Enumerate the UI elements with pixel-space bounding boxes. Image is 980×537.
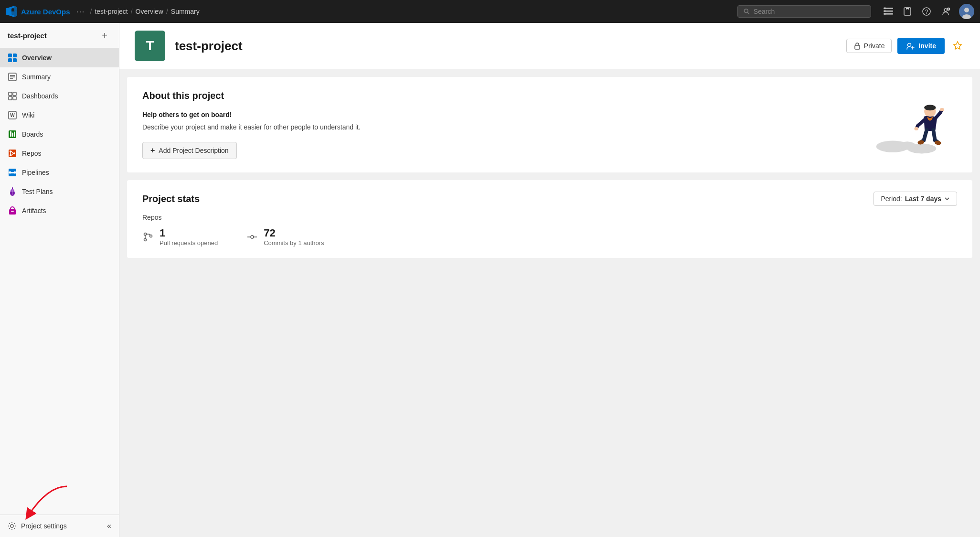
plus-icon: + — [150, 146, 155, 155]
illustration-running-person — [866, 93, 952, 155]
sidebar-collapse-button[interactable]: « — [107, 522, 111, 530]
sidebar-item-overview[interactable]: Overview — [0, 48, 119, 67]
svg-point-35 — [10, 131, 11, 133]
sidebar-project-name: test-project — [8, 32, 47, 40]
svg-rect-26 — [13, 92, 16, 96]
azure-devops-logo-icon — [6, 6, 17, 17]
stats-header: Project stats Period: Last 7 days — [142, 192, 957, 206]
content-area: T test-project Private — [119, 23, 980, 537]
stat-commits-details: 72 Commits by 1 authors — [264, 227, 324, 247]
svg-point-15 — [964, 8, 969, 12]
svg-point-51 — [11, 525, 13, 527]
svg-point-44 — [14, 172, 16, 174]
add-description-button[interactable]: + Add Project Description — [142, 142, 237, 159]
sidebar-settings-item[interactable]: Project settings « — [0, 515, 119, 537]
stat-commits: 72 Commits by 1 authors — [246, 227, 324, 247]
breadcrumb-summary[interactable]: Summary — [171, 8, 200, 15]
svg-point-45 — [9, 172, 11, 174]
private-button[interactable]: Private — [846, 39, 892, 53]
app-menu-icon[interactable]: ⋯ — [74, 6, 86, 17]
overview-icon — [8, 53, 17, 63]
svg-point-37 — [14, 132, 15, 133]
svg-rect-27 — [9, 97, 12, 100]
sidebar-bottom: Project settings « — [0, 515, 119, 537]
period-button[interactable]: Period: Last 7 days — [873, 192, 957, 206]
breadcrumb-overview[interactable]: Overview — [136, 8, 163, 15]
main-layout: test-project + Overview — [0, 23, 980, 537]
invite-label: Invite — [918, 42, 936, 50]
lock-icon — [853, 42, 861, 50]
search-icon — [744, 8, 750, 15]
sidebar-item-test-plans[interactable]: Test Plans — [0, 182, 119, 201]
pull-request-icon — [142, 231, 154, 243]
about-help-desc: Describe your project and make it easier… — [142, 122, 862, 132]
add-desc-label: Add Project Description — [159, 147, 228, 154]
svg-point-53 — [908, 43, 911, 47]
stat-commits-number: 72 — [264, 227, 324, 239]
stat-pull-requests: 1 Pull requests opened — [142, 227, 218, 247]
sidebar-project-header: test-project + — [0, 23, 119, 48]
repos-icon — [8, 149, 17, 158]
star-icon — [952, 41, 963, 51]
avatar[interactable] — [959, 4, 974, 19]
private-label: Private — [864, 42, 885, 50]
search-input[interactable] — [754, 8, 865, 15]
sidebar-item-repos-label: Repos — [22, 150, 111, 157]
sidebar-item-dashboards[interactable]: Dashboards — [0, 86, 119, 106]
sidebar-item-wiki-label: Wiki — [22, 111, 111, 119]
svg-rect-19 — [8, 58, 12, 62]
sidebar-item-repos[interactable]: Repos — [0, 144, 119, 163]
sidebar-add-button[interactable]: + — [98, 29, 111, 42]
user-settings-icon[interactable]: ⚙ — [940, 6, 951, 17]
search-box[interactable] — [737, 5, 871, 18]
sidebar-item-pipelines[interactable]: Pipelines — [0, 163, 119, 182]
about-title: About this project — [142, 90, 862, 101]
help-icon[interactable]: ? — [921, 6, 932, 17]
svg-rect-20 — [13, 58, 17, 62]
invite-icon — [906, 42, 915, 50]
svg-point-59 — [914, 127, 918, 130]
gear-icon — [8, 522, 16, 530]
svg-point-36 — [12, 133, 13, 134]
sidebar-item-artifacts-label: Artifacts — [22, 207, 111, 215]
wiki-icon: W — [8, 110, 17, 120]
svg-point-66 — [251, 236, 254, 238]
app-logo[interactable]: Azure DevOps — [6, 6, 70, 17]
invite-button[interactable]: Invite — [897, 38, 945, 54]
pipelines-icon — [8, 168, 17, 177]
sidebar-item-boards-label: Boards — [22, 130, 111, 138]
svg-point-11 — [944, 9, 947, 11]
project-title: test-project — [175, 39, 846, 54]
svg-rect-6 — [884, 10, 885, 12]
star-button[interactable] — [950, 39, 965, 53]
sidebar-item-overview-label: Overview — [22, 54, 111, 62]
list-icon[interactable] — [883, 6, 894, 17]
sidebar-nav: Overview Summary — [0, 48, 119, 515]
project-header-actions: Private Invite — [846, 38, 965, 54]
chevron-down-icon — [944, 196, 950, 202]
project-avatar: T — [135, 31, 165, 61]
sidebar-item-artifacts[interactable]: Artifacts — [0, 201, 119, 220]
project-header-bar: T test-project Private — [119, 23, 980, 69]
stat-commits-label: Commits by 1 authors — [264, 239, 324, 247]
sidebar-item-boards[interactable]: Boards — [0, 125, 119, 144]
period-value: Last 7 days — [905, 195, 941, 203]
stat-pr-details: 1 Pull requests opened — [160, 227, 218, 247]
dashboards-icon — [8, 91, 17, 101]
svg-text:?: ? — [925, 9, 928, 15]
stats-row: 1 Pull requests opened 72 Commi — [142, 227, 957, 247]
boards-icon — [8, 129, 17, 139]
stats-title: Project stats — [142, 193, 200, 204]
sidebar-item-test-plans-label: Test Plans — [22, 188, 111, 195]
badge-icon[interactable] — [902, 6, 913, 17]
artifacts-icon — [8, 206, 17, 215]
sidebar-item-pipelines-label: Pipelines — [22, 169, 111, 176]
commits-icon — [246, 231, 258, 243]
stats-section: Project stats Period: Last 7 days Repos — [127, 180, 972, 258]
svg-rect-52 — [855, 45, 860, 49]
sidebar-item-wiki[interactable]: W Wiki — [0, 106, 119, 125]
svg-rect-17 — [8, 54, 12, 57]
sidebar-item-summary[interactable]: Summary — [0, 67, 119, 86]
breadcrumb-project[interactable]: test-project — [95, 8, 128, 15]
svg-point-0 — [744, 9, 748, 13]
